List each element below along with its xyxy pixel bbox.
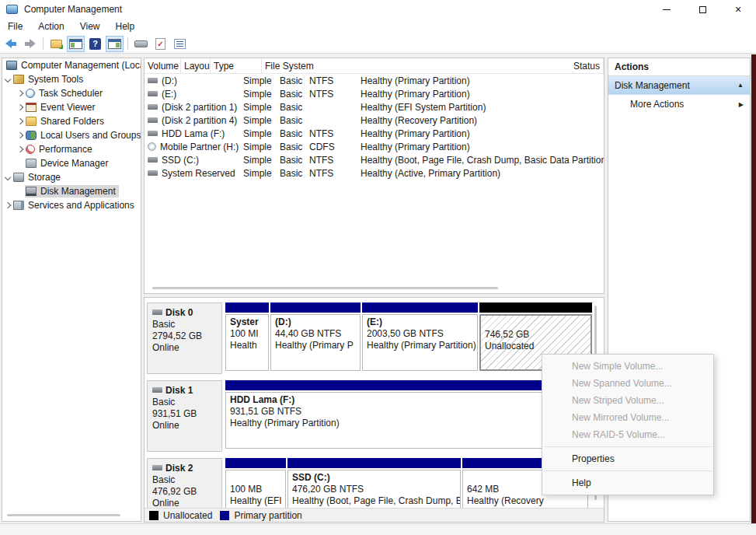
collapse-icon[interactable]: ▲ — [737, 82, 744, 89]
volume-layout: Simple — [240, 142, 277, 152]
context-menu-item: New Spanned Volume... — [542, 375, 713, 392]
volume-row[interactable]: (E:) Simple Basic NTFS Healthy (Primary … — [145, 87, 604, 100]
tree-item[interactable]: System Tools — [2, 72, 141, 86]
context-menu-item: New RAID-5 Volume... — [542, 426, 713, 443]
volume-horizontal-scrollbar[interactable] — [152, 287, 498, 289]
actions-group-label: Disk Management — [615, 80, 690, 91]
volume-type: Basic — [277, 155, 306, 166]
check-document-button[interactable]: ✓ — [152, 36, 169, 52]
partition[interactable]: HDD Lama (F:) 931,51 GB NTFS Healthy (Pr… — [225, 380, 589, 452]
column-header[interactable]: Type — [211, 58, 262, 73]
expander-icon[interactable] — [16, 103, 25, 112]
forward-icon — [25, 39, 36, 48]
computer-management-window: Computer Management × FileActionViewHelp… — [0, 0, 756, 535]
context-menu-item[interactable]: Properties — [542, 450, 713, 467]
volume-name: System Reserved — [162, 168, 235, 179]
volume-row[interactable]: System Reserved Simple Basic NTFS Health… — [145, 166, 604, 180]
disk-label-box[interactable]: Disk 0 Basic 2794,52 GB Online — [147, 302, 222, 374]
disk-label-box[interactable]: Disk 1 Basic 931,51 GB Online — [147, 380, 222, 452]
tree-item[interactable]: Computer Management (Local — [2, 58, 141, 72]
partition-health: Health — [230, 340, 264, 351]
column-header[interactable]: Layout — [181, 58, 211, 73]
show-action-pane-icon — [108, 39, 121, 49]
context-menu-item: New Mirrored Volume... — [542, 409, 713, 426]
volume-row[interactable]: (D:) Simple Basic NTFS Healthy (Primary … — [145, 74, 604, 87]
expander-icon[interactable] — [4, 75, 12, 84]
minimize-button[interactable] — [649, 0, 685, 19]
disk-row: Disk 0 Basic 2794,52 GB Online Syster — [147, 302, 592, 374]
menu-item[interactable]: File — [2, 19, 29, 33]
partition-size: 746,52 GB — [485, 329, 587, 341]
actions-disk-management-group[interactable]: Disk Management ▲ — [608, 76, 750, 95]
expander-icon[interactable] — [16, 159, 25, 168]
tree-item-icon — [26, 89, 35, 98]
tree-item[interactable]: Performance — [2, 142, 141, 156]
tree-item-label: Event Viewer — [40, 102, 95, 113]
volume-row[interactable]: (Disk 2 partition 4) Simple Basic Health… — [145, 114, 604, 127]
tree-item[interactable]: Storage — [2, 170, 141, 184]
disk-view-button[interactable] — [132, 36, 150, 52]
submenu-arrow-icon: ▶ — [739, 101, 744, 108]
volume-type: Basic — [277, 75, 306, 86]
volume-type: Basic — [277, 89, 306, 100]
tree-item[interactable]: Local Users and Groups — [2, 128, 141, 142]
context-menu-item — [544, 446, 712, 447]
back-button[interactable] — [2, 36, 19, 52]
volume-row[interactable]: Mobile Partner (H:) Simple Basic CDFS He… — [145, 140, 604, 153]
menu-item[interactable]: Help — [110, 19, 141, 33]
expander-icon[interactable] — [4, 173, 12, 182]
expander-icon[interactable] — [4, 61, 5, 70]
partition-status-bar — [362, 302, 478, 313]
volume-layout: Simple — [240, 168, 277, 179]
forward-button[interactable] — [21, 36, 39, 52]
partition-box: (D:) 44,40 GB NTFS Healthy (Primary P — [270, 314, 361, 371]
column-header[interactable]: Volume — [145, 58, 181, 73]
volume-row[interactable]: (Disk 2 partition 1) Simple Basic Health… — [145, 100, 604, 114]
help-button[interactable]: ? — [86, 36, 104, 52]
task-list-button[interactable] — [171, 36, 189, 52]
column-header[interactable]: Status — [570, 58, 604, 73]
up-folder-button[interactable] — [47, 36, 65, 52]
partition-status-bar — [287, 458, 461, 468]
tree-item-icon — [26, 131, 37, 140]
volume-row[interactable]: SSD (C:) Simple Basic NTFS Healthy (Boot… — [145, 153, 604, 166]
partition[interactable]: (D:) 44,40 GB NTFS Healthy (Primary P — [270, 302, 361, 374]
context-menu-item[interactable]: Help — [542, 474, 713, 491]
partition-size: 931,51 GB NTFS — [230, 406, 584, 418]
disk-size: 2794,52 GB — [152, 330, 217, 342]
show-action-pane-button[interactable] — [106, 36, 124, 52]
column-header[interactable]: File System — [262, 58, 570, 73]
close-button[interactable]: × — [720, 0, 756, 19]
check-document-icon: ✓ — [155, 38, 165, 50]
tree-item[interactable]: Task Scheduler — [2, 86, 141, 100]
expander-icon[interactable] — [16, 117, 25, 126]
partition[interactable]: Syster 100 MI Health — [225, 302, 269, 374]
volume-row[interactable]: HDD Lama (F:) Simple Basic NTFS Healthy … — [145, 127, 604, 140]
expander-icon[interactable] — [16, 145, 25, 154]
tree-item[interactable]: Event Viewer — [2, 100, 141, 114]
expander-icon[interactable] — [16, 89, 25, 98]
partition-title: (E:) — [367, 316, 473, 328]
volume-icon — [148, 131, 158, 136]
context-menu: New Simple Volume... New Spanned Volume.… — [542, 354, 714, 495]
more-actions-item[interactable]: More Actions ▶ — [608, 95, 750, 114]
menu-item[interactable]: Action — [32, 19, 70, 33]
disk-graphical-view: Disk 0 Basic 2794,52 GB Online Syster — [144, 297, 604, 523]
tree-item[interactable]: Device Manager — [2, 156, 141, 170]
maximize-button[interactable] — [685, 0, 720, 19]
disk-size: 931,51 GB — [152, 408, 217, 420]
tree-item[interactable]: Shared Folders — [2, 114, 141, 128]
menu-item[interactable]: View — [74, 19, 106, 33]
partition-size: 476,20 GB NTFS — [292, 484, 456, 495]
show-console-tree-button[interactable] — [67, 36, 85, 52]
legend-swatch — [220, 511, 229, 520]
volume-status: Healthy (Active, Primary Partition) — [357, 168, 604, 179]
partition[interactable]: (E:) 2003,50 GB NTFS Healthy (Primary Pa… — [362, 302, 478, 374]
title-bar: Computer Management × — [0, 0, 756, 19]
expander-icon[interactable] — [4, 201, 12, 210]
expander-icon[interactable] — [16, 131, 25, 140]
tree-horizontal-scrollbar[interactable] — [7, 514, 120, 516]
tree-item[interactable]: Disk Management — [2, 184, 141, 198]
expander-icon[interactable] — [16, 187, 25, 196]
tree-item[interactable]: Services and Applications — [2, 198, 141, 212]
